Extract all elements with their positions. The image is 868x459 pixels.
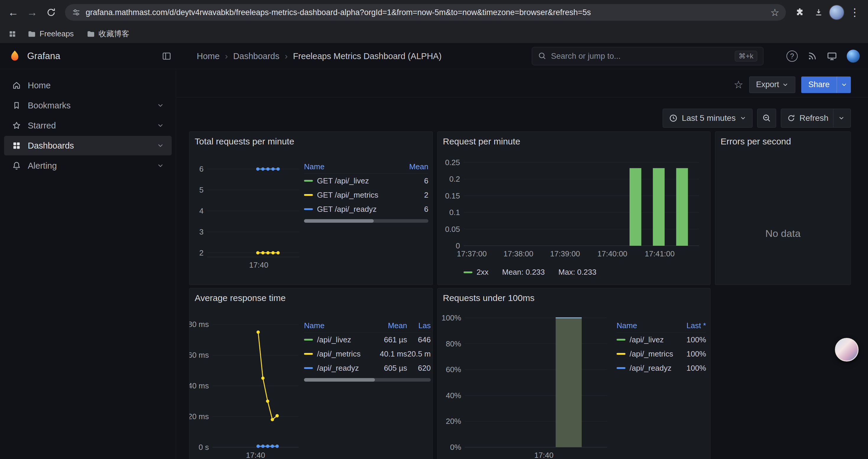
series-last: 100% (674, 364, 706, 373)
bookmark-folder-blogs[interactable]: 收藏博客 (82, 26, 133, 41)
grafana-app: Grafana Home › Dashboards › Freeleaps Me… (0, 43, 868, 459)
breadcrumb-dashboards[interactable]: Dashboards (233, 52, 279, 61)
series-name[interactable]: /api/_metrics (317, 350, 361, 359)
legend-row[interactable]: /api/_readyz 605 µs 620 (304, 361, 431, 375)
legend-header-name[interactable]: Name (304, 321, 369, 330)
url-text[interactable]: grafana.mathmast.com/d/deytv4rwavabkb/fr… (86, 8, 766, 17)
sidebar-item-label: Home (28, 80, 51, 90)
chevron-down-icon[interactable] (157, 162, 164, 169)
legend-header-mean[interactable]: Mean (369, 321, 407, 330)
favorite-dashboard-icon[interactable]: ☆ (734, 78, 743, 91)
panel-title[interactable]: Request per minute (443, 136, 520, 146)
series-name[interactable]: GET /api/_livez (317, 176, 369, 186)
share-menu-caret[interactable] (837, 76, 851, 93)
legend-scrollbar[interactable] (304, 219, 428, 223)
chevron-down-icon[interactable] (157, 102, 164, 109)
grafana-logo[interactable] (8, 50, 21, 63)
svg-text:20%: 20% (446, 417, 461, 426)
legend-row[interactable]: GET /api/_livez 6 (304, 174, 428, 188)
legend-header-last[interactable]: Las (407, 321, 431, 330)
legend-row[interactable]: GET /api/_metrics 2 (304, 188, 428, 202)
bell-icon (12, 161, 21, 170)
legend-header-name[interactable]: Name (617, 321, 674, 330)
zoom-out-time-button[interactable] (757, 109, 776, 128)
legend-row[interactable]: /api/_metrics 40.1 ms 20.5 m (304, 347, 431, 361)
extensions-icon[interactable] (791, 4, 808, 21)
series-last: 646 (407, 335, 431, 345)
refresh-button[interactable]: Refresh (781, 109, 851, 128)
chevron-down-icon[interactable] (157, 142, 164, 149)
panel-title[interactable]: Errors per second (720, 136, 791, 146)
svg-text:17:39:00: 17:39:00 (550, 249, 580, 258)
kiosk-monitor-icon[interactable] (827, 51, 837, 61)
legend-row[interactable]: /api/_livez 661 µs 646 (304, 333, 431, 347)
series-name[interactable]: /api/_metrics (629, 350, 673, 359)
apps-grid-icon[interactable] (6, 30, 19, 38)
search-icon (538, 52, 547, 61)
back-button[interactable]: ← (5, 4, 22, 21)
bookmark-star-icon[interactable]: ☆ (771, 6, 779, 18)
chevron-down-icon[interactable] (838, 115, 845, 121)
forward-button[interactable]: → (24, 4, 41, 21)
sidebar-item-home[interactable]: Home (4, 76, 172, 95)
svg-text:0.05: 0.05 (445, 225, 460, 234)
sidebar-item-alerting[interactable]: Alerting (4, 156, 172, 175)
panel-title[interactable]: Total requests per minute (195, 136, 294, 146)
series-mean: 661 µs (369, 335, 407, 345)
search-input[interactable] (551, 52, 731, 61)
search-box[interactable]: ⌘+k (532, 47, 764, 65)
legend[interactable]: 2xx Mean: 0.233 Max: 0.233 (464, 268, 596, 277)
legend-scrollbar[interactable] (304, 378, 431, 382)
breadcrumb-home[interactable]: Home (197, 52, 219, 61)
scrollbar-thumb[interactable] (304, 378, 375, 382)
scrollbar-thumb[interactable] (304, 219, 374, 223)
legend-row[interactable]: /api/_readyz 100% (617, 361, 706, 375)
sidebar-item-bookmarks[interactable]: Bookmarks (4, 96, 172, 115)
sidebar-toggle-icon[interactable] (162, 52, 172, 61)
help-icon[interactable]: ? (786, 51, 798, 62)
series-name[interactable]: GET /api/_readyz (317, 205, 377, 214)
refresh-icon (787, 114, 795, 122)
address-bar[interactable]: grafana.mathmast.com/d/deytv4rwavabkb/fr… (65, 4, 786, 21)
sidebar-item-starred[interactable]: Starred (4, 116, 172, 135)
browser-profile-avatar[interactable] (829, 5, 844, 20)
series-name[interactable]: /api/_readyz (629, 364, 672, 373)
total-requests-chart: 6543217:40 (192, 160, 302, 270)
panel-title[interactable]: Requests under 100ms (443, 293, 534, 303)
chevron-down-icon[interactable] (157, 122, 164, 129)
series-name[interactable]: /api/_livez (317, 335, 351, 345)
time-range-picker[interactable]: Last 5 minutes (663, 109, 752, 128)
downloads-icon[interactable] (810, 4, 827, 21)
sidebar-item-dashboards[interactable]: Dashboards (4, 136, 172, 155)
reload-button[interactable] (42, 4, 60, 21)
chevron-down-icon (740, 115, 746, 121)
bookmark-label: 收藏博客 (99, 29, 129, 39)
svg-text:3: 3 (199, 227, 204, 236)
svg-text:5: 5 (199, 186, 204, 194)
series-name[interactable]: GET /api/_metrics (317, 191, 378, 200)
svg-text:80%: 80% (446, 339, 461, 348)
series-name[interactable]: 2xx (476, 268, 488, 277)
svg-text:60%: 60% (446, 365, 461, 374)
panel-title[interactable]: Average response time (195, 293, 286, 303)
bookmark-folder-freeleaps[interactable]: Freeleaps (23, 27, 78, 41)
export-button[interactable]: Export (749, 76, 795, 93)
user-avatar[interactable] (847, 50, 860, 63)
legend-header-mean[interactable]: Mean (400, 162, 428, 171)
assistant-avatar[interactable] (835, 338, 859, 362)
legend-header-name[interactable]: Name (304, 162, 400, 171)
share-button[interactable]: Share (801, 76, 851, 93)
legend-row[interactable]: /api/_metrics 100% (617, 347, 706, 361)
series-name[interactable]: /api/_readyz (317, 364, 359, 373)
browser-menu-icon[interactable]: ⋮ (846, 4, 863, 21)
svg-text:0 s: 0 s (198, 443, 209, 452)
sidebar-item-label: Dashboards (28, 141, 74, 151)
breadcrumb-current[interactable]: Freeleaps Metrics Dashboard (ALPHA) (293, 52, 442, 61)
legend-row[interactable]: GET /api/_readyz 6 (304, 202, 428, 216)
site-info-icon[interactable] (71, 8, 81, 17)
legend-header-last[interactable]: Last * (674, 321, 706, 330)
news-rss-icon[interactable] (807, 51, 817, 61)
legend-table: Name Mean GET /api/_livez 6 GET /api/_me… (304, 160, 428, 223)
legend-row[interactable]: /api/_livez 100% (617, 333, 706, 347)
series-name[interactable]: /api/_livez (629, 335, 664, 345)
